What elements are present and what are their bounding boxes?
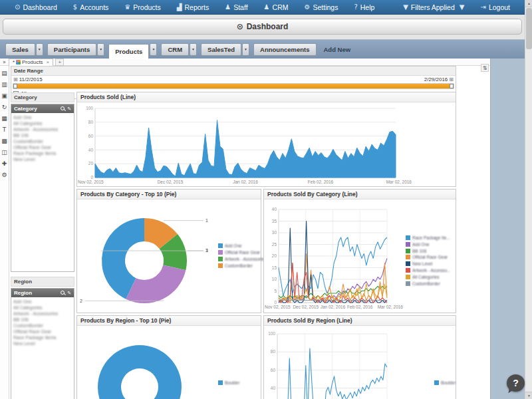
refresh-icon[interactable]: ↻ — [1, 101, 9, 112]
svg-text:15: 15 — [272, 265, 277, 270]
add-subtab-button[interactable]: + — [55, 59, 64, 66]
vertical-scrollbar[interactable]: ▲ ▼ — [525, 0, 532, 399]
products-by-category-pie-panel: Products By Category - Top 10 (Pie) 1123… — [76, 189, 261, 313]
slider-handle-left[interactable] — [13, 84, 17, 88]
date-range-slider[interactable] — [13, 83, 454, 89]
tab-products[interactable]: Products — [108, 44, 149, 59]
tab-salested[interactable]: SalesTed — [201, 43, 241, 56]
legend-swatch — [218, 243, 223, 248]
products-sold-chart: 020406080100Nov 02, 2015Dec 02, 2015Jan … — [77, 102, 456, 190]
list-item[interactable]: Race Package Items — [13, 334, 72, 340]
tab-dropdown-icon[interactable]: ▼ — [97, 43, 104, 56]
tab-dropdown-icon[interactable]: ▼ — [242, 43, 249, 56]
tab-dropdown-icon[interactable]: ▼ — [150, 43, 157, 56]
legend-label: Add One — [412, 242, 430, 247]
legend-item[interactable]: CustomBorder — [218, 263, 267, 268]
legend-item[interactable]: BB 106 — [406, 249, 450, 253]
start-date-value[interactable]: 11/2/2015 — [19, 76, 43, 82]
edit-pencil-icon[interactable]: ✎ — [67, 291, 71, 296]
legend-item[interactable]: Official Race Gear — [218, 250, 267, 255]
grid-icon[interactable]: ▩ — [1, 135, 9, 146]
tab-sales[interactable]: Sales — [5, 43, 35, 56]
legend-item[interactable]: Race Package Ite... — [406, 235, 450, 240]
list-item[interactable]: All Categories — [13, 120, 72, 126]
list-item[interactable]: Official Race Gear — [13, 329, 72, 334]
save-icon[interactable]: ▣ — [1, 90, 9, 101]
nav-item-staff[interactable]: ♟Staff — [217, 0, 255, 15]
scroll-up-icon[interactable]: ▲ — [525, 0, 532, 7]
category-filter-panel: Category ✎ Add OneAll CategoriesArtwork … — [11, 104, 74, 272]
products-sold-by-category-panel: Products Sold By Category (Line) 0510152… — [263, 189, 456, 313]
nav-item-dashboard[interactable]: ⊙Dashboard — [7, 0, 65, 15]
report-icon — [16, 60, 21, 65]
nav-item-label: Products — [133, 3, 160, 11]
search-icon[interactable] — [61, 291, 65, 295]
svg-text:40: 40 — [88, 148, 94, 152]
nav-item-reports[interactable]: ▟Reports — [169, 0, 217, 15]
text-icon[interactable]: T — [1, 124, 9, 135]
search-icon[interactable] — [61, 106, 65, 111]
add-new-tab-button[interactable]: Add New — [324, 46, 351, 53]
slider-handle-right[interactable] — [450, 84, 454, 88]
legend-item[interactable]: Artwork - Accesso... — [406, 268, 450, 273]
legend-item[interactable]: Official Race Gear — [406, 255, 450, 259]
list-item[interactable]: New Level — [13, 156, 72, 162]
list-item[interactable]: Add One — [13, 299, 72, 305]
chart-title: Products By Category - Top 10 (Pie) — [77, 190, 261, 200]
tab-crm[interactable]: CRM — [161, 43, 189, 56]
edit-pencil-icon[interactable]: ✎ — [67, 106, 71, 112]
legend-item[interactable]: Add One — [406, 242, 450, 247]
calendar-icon[interactable]: ⊞ — [13, 76, 18, 82]
open-icon[interactable]: ▥ — [1, 78, 9, 90]
calendar-icon[interactable]: ⊞ — [449, 76, 454, 82]
subtab-products[interactable]: * Products × — [9, 59, 53, 66]
new-report-icon[interactable]: ▤ — [1, 67, 9, 78]
legend-label: Boulder — [441, 380, 456, 385]
list-item[interactable]: BB 106 — [13, 317, 72, 323]
nav-item-settings[interactable]: ⚙Settings — [296, 0, 346, 15]
tab-participants[interactable]: Participants — [47, 43, 96, 56]
nav-item-logout[interactable]: ⇥Logout — [472, 0, 518, 15]
nav-item-filters-applied[interactable]: ▼Filters Applied▼ — [395, 0, 472, 15]
legend-item[interactable]: New Level — [406, 261, 450, 266]
list-item[interactable]: BB 106 — [13, 132, 72, 138]
legend-item[interactable]: Artwork - Accessories — [218, 257, 267, 261]
legend-item[interactable]: All Categories — [406, 275, 450, 279]
scroll-down-icon[interactable]: ▼ — [525, 392, 532, 399]
list-item[interactable]: CustomBorder — [13, 323, 72, 329]
move-icon[interactable]: ✚ — [1, 158, 9, 169]
tab-announcements[interactable]: Announcements — [253, 43, 316, 56]
nav-item-crm[interactable]: ♟CRM — [256, 0, 297, 15]
list-item[interactable]: Artwork - Accessories — [13, 311, 72, 317]
image-icon[interactable]: ▦ — [1, 112, 9, 124]
nav-item-label: Dashboard — [23, 3, 57, 11]
help-chat-button[interactable]: ? — [507, 374, 525, 392]
svg-text:Nov 02, 2015: Nov 02, 2015 — [265, 305, 291, 309]
settings-icon[interactable]: ⚙ — [1, 169, 9, 180]
scrollbar-thumb[interactable] — [526, 8, 532, 49]
end-date-value[interactable]: 2/29/2016 — [424, 76, 448, 82]
list-item[interactable]: Artwork - Accessories — [13, 126, 72, 132]
collapse-panel-icon[interactable]: ⇅ — [481, 64, 489, 72]
list-item[interactable]: New Level — [13, 340, 72, 346]
legend-item[interactable]: Boulder — [218, 380, 239, 385]
collapse-strip-icon[interactable]: » — [0, 59, 9, 65]
svg-text:Jan 02, 2016: Jan 02, 2016 — [321, 305, 346, 309]
chevron-down-icon: ▼ — [460, 3, 465, 11]
chart-title: Products By Region - Top 10 (Pie) — [77, 316, 261, 326]
list-item[interactable]: Add One — [13, 114, 72, 120]
nav-item-accounts[interactable]: $Accounts — [65, 0, 117, 15]
nav-item-products[interactable]: ♛Products — [116, 0, 168, 15]
tab-dropdown-icon[interactable]: ▼ — [36, 43, 43, 56]
legend-item[interactable]: Boulder — [434, 380, 456, 385]
legend-item[interactable]: Add One — [218, 243, 267, 248]
legend-item[interactable]: CustomBorder — [406, 281, 450, 286]
list-item[interactable]: CustomBorder — [13, 138, 72, 144]
tab-dropdown-icon[interactable]: ▼ — [190, 43, 197, 56]
chart-icon[interactable]: ◫ — [1, 146, 9, 158]
list-item[interactable]: Race Package Items — [13, 150, 72, 156]
list-item[interactable]: All Categories — [13, 305, 72, 311]
close-icon[interactable]: × — [47, 59, 50, 65]
list-item[interactable]: Official Race Gear — [13, 144, 72, 150]
nav-item-help[interactable]: ?Help — [346, 0, 382, 15]
